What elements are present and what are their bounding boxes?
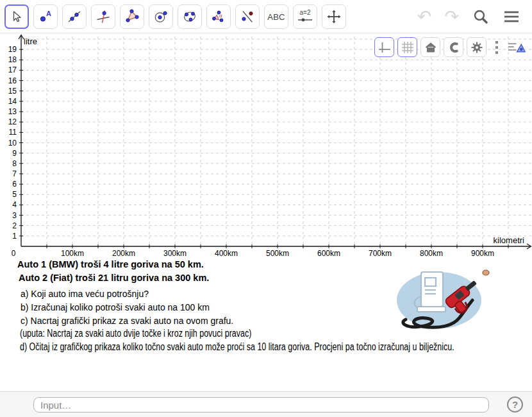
svg-text:13: 13 [8, 107, 17, 116]
geogebra-app: A [0, 0, 532, 417]
text-tool-label: ABC [267, 12, 285, 22]
svg-text:14: 14 [8, 97, 17, 106]
toggle-axes-button[interactable] [374, 37, 394, 57]
algebra-view-icon [507, 40, 527, 55]
snap-to-grid-button[interactable] [444, 37, 463, 57]
point-icon: A [38, 9, 53, 24]
svg-text:8: 8 [12, 159, 17, 168]
home-icon [424, 41, 437, 54]
svg-text:200km: 200km [112, 249, 135, 258]
svg-text:600km: 600km [317, 249, 340, 258]
magnet-icon [447, 41, 460, 54]
move-tool-button[interactable] [4, 4, 29, 29]
y-axis-label: litre [24, 37, 37, 46]
svg-text:5: 5 [12, 190, 17, 199]
line-tool-button[interactable] [62, 4, 87, 29]
svg-text:9: 9 [12, 149, 17, 158]
svg-text:800km: 800km [420, 249, 443, 258]
toggle-grid-button[interactable] [397, 37, 417, 57]
svg-text:A: A [46, 10, 51, 17]
text-tool-button[interactable]: ABC [264, 4, 288, 29]
hint-uputa: (uputa: Nacrtaj za svaki auto dvije točk… [20, 328, 317, 339]
svg-text:100km: 100km [61, 249, 84, 258]
kebab-menu-icon [494, 40, 500, 55]
svg-text:900km: 900km [471, 249, 494, 258]
conic-tool-button[interactable] [178, 4, 202, 29]
circle-icon [153, 9, 169, 24]
svg-text:10: 10 [8, 139, 17, 148]
graphics-style-bar [374, 37, 527, 57]
undo-button[interactable]: ↶ [416, 7, 433, 26]
menu-button[interactable] [501, 8, 522, 26]
svg-text:4: 4 [12, 200, 17, 209]
problem-statement-auto2: Auto 2 (Fiat) troši 21 litru goriva na 3… [19, 273, 209, 283]
point-tool-button[interactable]: A [33, 4, 58, 29]
polygon-tool-button[interactable] [120, 4, 144, 29]
angle-icon: α [211, 9, 226, 24]
search-button[interactable] [470, 6, 491, 27]
move-graphics-icon [326, 9, 342, 24]
main-toolbar: A [0, 0, 532, 33]
svg-text:7: 7 [12, 169, 17, 178]
reflection-icon [240, 9, 255, 24]
graphics-view[interactable]: 123456789101112131415161718190100km200km… [0, 33, 532, 391]
polygon-icon [124, 9, 140, 24]
svg-text:17: 17 [8, 65, 17, 74]
question-a: a) Koji auto ima veću potrošnju? [21, 289, 149, 299]
question-d: d) Očitaj iz grafičkog prikaza koliko to… [20, 341, 532, 353]
problem-statement-auto1: Auto 1 (BMW) troši 4 litre goriva na 50 … [17, 259, 204, 269]
coordinate-grid: 123456789101112131415161718190100km200km… [0, 33, 532, 259]
reflection-tool-button[interactable] [235, 4, 260, 29]
home-view-button[interactable] [420, 37, 440, 57]
search-icon [472, 8, 490, 26]
svg-text:300km: 300km [163, 249, 187, 258]
tool-buttons: A [4, 4, 346, 29]
conic-through-points-icon [182, 9, 197, 24]
svg-text:18: 18 [8, 55, 17, 64]
svg-text:16: 16 [8, 76, 17, 85]
svg-text:12: 12 [8, 117, 17, 126]
hamburger-icon [503, 9, 520, 24]
slider-tool-button[interactable]: a=2 [293, 4, 317, 29]
angle-tool-button[interactable]: α [206, 4, 231, 29]
grid-icon [401, 41, 414, 54]
toolbar-right-actions: ↶ ↷ [416, 0, 522, 33]
fuel-pump-image [387, 264, 497, 331]
svg-text:6: 6 [12, 180, 17, 189]
svg-text:500km: 500km [266, 249, 289, 258]
gear-icon [470, 41, 483, 54]
svg-text:19: 19 [8, 45, 17, 54]
svg-text:400km: 400km [215, 249, 238, 258]
svg-text:700km: 700km [369, 249, 392, 258]
axes-icon [378, 41, 391, 54]
circle-tool-button[interactable] [149, 4, 173, 29]
help-button[interactable]: ? [507, 396, 523, 413]
svg-text:2: 2 [12, 221, 17, 230]
input-bar: ? [0, 391, 532, 417]
settings-button[interactable] [467, 37, 486, 57]
question-c: c) Nacrtaj grafički prikaz za svaki auto… [21, 316, 233, 326]
algebra-input[interactable] [33, 397, 489, 413]
svg-text:15: 15 [8, 87, 17, 96]
question-b: b) Izračunaj koliko potroši svaki auto n… [21, 302, 210, 312]
line-icon [67, 9, 82, 24]
more-options-button[interactable] [490, 37, 504, 57]
svg-text:1: 1 [12, 232, 17, 241]
svg-text:11: 11 [9, 128, 17, 137]
slider-tool-label: a=2 [300, 10, 311, 16]
cursor-icon [9, 9, 24, 24]
perpendicular-line-icon [96, 9, 111, 24]
x-axis-label: kilometri [494, 235, 525, 245]
algebra-panel-toggle-button[interactable] [507, 37, 527, 57]
perpendicular-line-tool-button[interactable] [91, 4, 115, 29]
redo-button[interactable]: ↷ [443, 7, 460, 26]
svg-text:0: 0 [12, 249, 16, 258]
pan-view-tool-button[interactable] [322, 4, 346, 29]
slider-icon [297, 16, 313, 24]
svg-text:3: 3 [12, 211, 17, 220]
